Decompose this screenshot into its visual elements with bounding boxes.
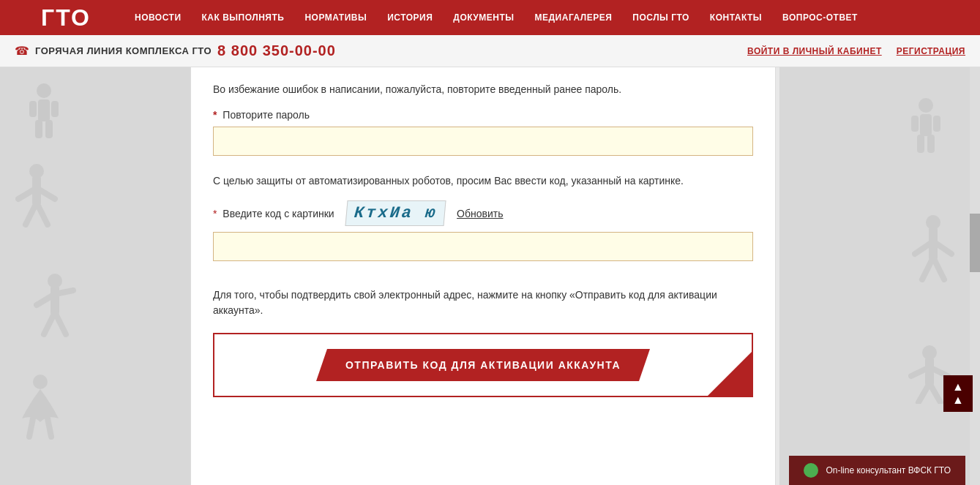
hotline-label: ГОРЯЧАЯ ЛИНИЯ КОМПЛЕКСА ГТО <box>35 45 212 56</box>
right-sidebar-bg <box>779 67 970 485</box>
svg-line-10 <box>26 203 37 225</box>
svg-line-20 <box>48 418 51 437</box>
scrollbar-thumb[interactable] <box>970 214 980 272</box>
main-wrapper: Во избежание ошибок в написании, пожалуй… <box>0 67 980 485</box>
nav-items-container: НОВОСТИ КАК ВЫПОЛНЯТЬ НОРМАТИВЫ ИСТОРИЯ … <box>124 12 973 23</box>
svg-point-18 <box>33 375 48 389</box>
logo-text: ГТО <box>41 4 91 31</box>
captcha-section: С целью защиты от автоматизированных роб… <box>213 173 753 276</box>
consultant-label: On-line консультант ВФСК ГТО <box>826 465 951 475</box>
svg-line-32 <box>933 257 944 279</box>
scroll-up-icon-2: ▲ <box>952 394 964 407</box>
svg-rect-3 <box>51 101 59 117</box>
svg-line-15 <box>55 290 73 294</box>
top-navigation: ГТО НОВОСТИ КАК ВЫПОЛНЯТЬ НОРМАТИВЫ ИСТО… <box>0 0 980 35</box>
consultant-online-indicator <box>804 463 818 478</box>
logo[interactable]: ГТО <box>7 0 124 35</box>
svg-line-38 <box>929 383 940 402</box>
scrollbar[interactable] <box>970 67 980 485</box>
captcha-row: * Введите код с картинки КтхИа ю Обновит… <box>213 200 753 226</box>
nav-item-history[interactable]: ИСТОРИЯ <box>377 12 443 23</box>
nav-item-docs[interactable]: ДОКУМЕНТЫ <box>443 12 524 23</box>
captcha-desc: С целью защиты от автоматизированных роб… <box>213 173 753 189</box>
svg-rect-4 <box>35 120 42 138</box>
svg-rect-1 <box>38 99 50 121</box>
svg-point-21 <box>919 98 933 113</box>
nav-item-contacts[interactable]: КОНТАКТЫ <box>700 12 772 23</box>
captcha-input[interactable] <box>213 232 753 261</box>
required-asterisk-2: * <box>213 208 217 219</box>
nav-item-news[interactable]: НОВОСТИ <box>124 12 192 23</box>
svg-rect-25 <box>917 135 924 153</box>
content-panel: Во избежание ошибок в написании, пожалуй… <box>190 67 776 485</box>
svg-line-16 <box>44 312 55 334</box>
nav-item-qa[interactable]: ВОПРОС-ОТВЕТ <box>772 12 868 23</box>
hotline-number: 8 800 350-00-00 <box>217 42 336 59</box>
phone-icon: ☎ <box>15 44 29 58</box>
captcha-image: КтхИа ю <box>345 200 446 226</box>
activate-button-container: ОТПРАВИТЬ КОД ДЛЯ АКТИВАЦИИ АККАУНТА <box>213 333 753 397</box>
hotline-actions: ВОЙТИ В ЛИЧНЫЙ КАБИНЕТ РЕГИСТРАЦИЯ <box>747 46 965 56</box>
svg-point-0 <box>37 83 51 98</box>
svg-rect-5 <box>45 120 53 138</box>
required-asterisk-1: * <box>213 109 217 121</box>
svg-line-17 <box>55 312 66 334</box>
hotline-bar: ☎ ГОРЯЧАЯ ЛИНИЯ КОМПЛЕКСА ГТО 8 800 350-… <box>0 35 980 67</box>
silhouette-1 <box>22 82 66 140</box>
activate-button[interactable]: ОТПРАВИТЬ КОД ДЛЯ АКТИВАЦИИ АККАУНТА <box>316 349 650 381</box>
nav-item-norms[interactable]: НОРМАТИВЫ <box>294 12 377 23</box>
silhouette-4 <box>15 375 66 440</box>
left-sidebar-bg <box>0 67 190 485</box>
nav-item-media[interactable]: МЕДИАГАЛЕРЕЯ <box>525 12 623 23</box>
silhouette-6 <box>904 214 962 287</box>
svg-rect-22 <box>920 114 932 136</box>
svg-rect-2 <box>29 101 37 117</box>
svg-line-31 <box>922 257 933 279</box>
refresh-captcha-link[interactable]: Обновить <box>457 208 503 219</box>
svg-rect-23 <box>911 116 919 132</box>
scroll-up-icon: ▲ <box>952 380 964 394</box>
silhouette-5 <box>904 97 948 155</box>
repeat-password-label-text: Повторите пароль <box>222 109 310 121</box>
repeat-password-label: * Повторите пароль <box>213 109 753 121</box>
activation-desc: Для того, чтобы подтвердить свой электро… <box>213 287 753 318</box>
svg-rect-26 <box>927 135 935 153</box>
nav-item-ambassadors[interactable]: ПОСЛЫ ГТО <box>622 12 700 23</box>
svg-line-11 <box>37 203 48 225</box>
silhouette-2 <box>7 162 66 228</box>
activation-section: Для того, чтобы подтвердить свой электро… <box>213 287 753 397</box>
captcha-label-text: Введите код с картинки <box>222 208 334 219</box>
captcha-label: * Введите код с картинки <box>213 208 334 219</box>
hotline-info: ☎ ГОРЯЧАЯ ЛИНИЯ КОМПЛЕКСА ГТО 8 800 350-… <box>15 42 336 59</box>
login-link[interactable]: ВОЙТИ В ЛИЧНЫЙ КАБИНЕТ <box>747 46 882 56</box>
online-consultant-bar[interactable]: On-line консультант ВФСК ГТО <box>789 456 965 485</box>
scroll-up-button[interactable]: ▲ ▲ <box>943 375 973 412</box>
nav-item-how[interactable]: КАК ВЫПОЛНЯТЬ <box>192 12 295 23</box>
svg-line-19 <box>29 418 33 437</box>
repeat-password-desc: Во избежание ошибок в написании, пожалуй… <box>213 82 753 97</box>
repeat-password-input[interactable] <box>213 127 753 156</box>
register-link[interactable]: РЕГИСТРАЦИЯ <box>897 46 965 56</box>
silhouette-3 <box>29 272 81 338</box>
svg-rect-24 <box>933 116 940 132</box>
